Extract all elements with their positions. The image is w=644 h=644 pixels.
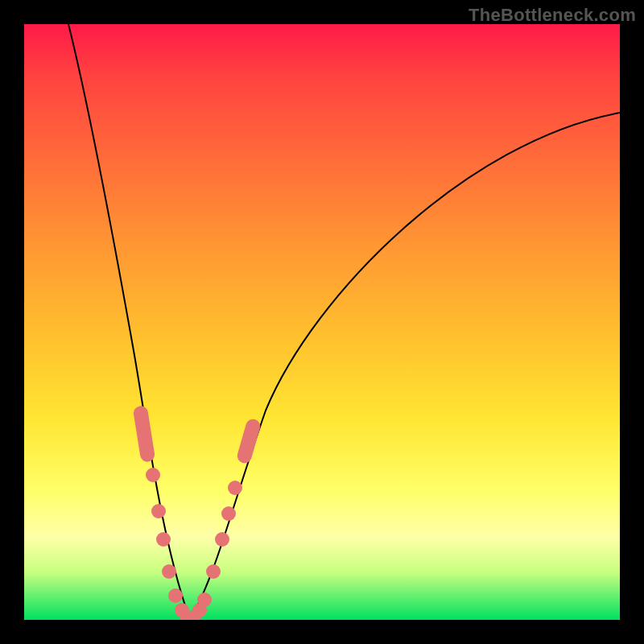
marker-dot [186,610,200,620]
marker-dot [146,468,160,482]
curve-left [68,24,190,620]
marker-capsule-left [133,405,156,463]
marker-dot [221,506,236,521]
marker-dot [180,610,194,620]
marker-capsule-right [236,418,262,465]
marker-dot [228,481,242,495]
marker-dot [215,532,229,547]
marker-dot [192,603,207,617]
curve-right [190,113,620,620]
chart-svg [24,24,620,620]
marker-dot [206,564,221,579]
marker-dot [168,588,183,603]
watermark-label: TheBottleneck.com [469,5,636,26]
marker-dot [175,603,189,617]
chart-frame [24,24,620,620]
marker-dot [156,532,171,547]
marker-dot [151,504,166,518]
marker-dot [162,564,176,579]
marker-dot [197,592,212,607]
